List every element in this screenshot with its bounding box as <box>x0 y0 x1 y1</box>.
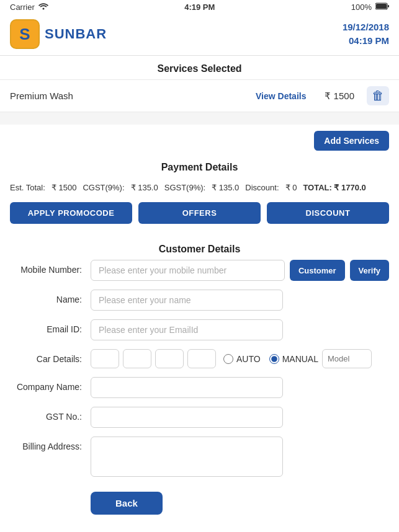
mobile-form-row: Mobile Number: Customer Verify <box>10 260 389 281</box>
car-details-group: KA 02 HB 0101 AUTO MANUAL <box>91 349 389 368</box>
header-time: 04:19 PM <box>343 34 389 48</box>
email-form-row: Email ID: <box>10 319 389 340</box>
name-input[interactable] <box>91 290 283 311</box>
car-seg2-input[interactable]: 02 <box>123 349 151 368</box>
company-form-row: Company Name: <box>10 377 389 398</box>
car-form-row: Car Details: KA 02 HB 0101 AUTO MANUAL <box>10 349 389 368</box>
gst-input[interactable] <box>91 407 283 428</box>
service-price: ₹ 1500 <box>325 91 354 102</box>
mobile-label: Mobile Number: <box>10 260 91 275</box>
auto-radio[interactable] <box>223 354 233 364</box>
service-name: Premium Wash <box>10 91 256 101</box>
model-input[interactable] <box>322 349 372 368</box>
mobile-input-group: Customer Verify <box>91 260 389 281</box>
car-seg3-input[interactable]: HB <box>155 349 184 368</box>
billing-label: Billing Address: <box>10 437 91 451</box>
services-title: Services Selected <box>0 56 399 79</box>
cgst-label: CGST(9%): <box>83 183 124 192</box>
manual-label: MANUAL <box>282 354 318 364</box>
manual-radio[interactable] <box>269 354 279 364</box>
car-seg1-input[interactable]: KA <box>91 349 119 368</box>
status-bar: Carrier 4:19 PM 100% <box>0 0 399 14</box>
back-btn-row: Back <box>10 485 389 521</box>
discount-value: ₹ 0 <box>285 183 297 192</box>
company-input[interactable] <box>91 377 283 398</box>
promo-row: APPLY PROMOCODE OFFERS DISCOUNT <box>10 202 389 224</box>
sgst-label: SGST(9%): <box>164 183 205 192</box>
mobile-input[interactable] <box>91 260 285 281</box>
carrier-text: Carrier <box>10 2 35 12</box>
name-label: Name: <box>10 290 91 304</box>
view-details-link[interactable]: View Details <box>256 91 306 101</box>
battery-text: 100% <box>351 2 372 12</box>
svg-rect-3 <box>388 5 389 7</box>
services-section: Services Selected Premium Wash View Deta… <box>0 56 399 112</box>
logo-container: S SUNBAR <box>10 19 107 49</box>
apply-promocode-button[interactable]: APPLY PROMOCODE <box>10 202 132 224</box>
svg-rect-2 <box>376 4 387 9</box>
app-header: S SUNBAR 19/12/2018 04:19 PM <box>0 14 399 56</box>
back-button[interactable]: Back <box>91 492 163 515</box>
status-time: 4:19 PM <box>184 2 215 12</box>
est-total-value: ₹ 1500 <box>52 183 77 192</box>
payment-section: Payment Details Est. Total: ₹ 1500 CGST(… <box>0 154 399 230</box>
company-label: Company Name: <box>10 377 91 392</box>
sgst-value: ₹ 135.0 <box>212 183 239 192</box>
billing-form-row: Billing Address: <box>10 437 389 477</box>
payment-totals: Est. Total: ₹ 1500 CGST(9%): ₹ 135.0 SGS… <box>10 178 389 197</box>
auto-label: AUTO <box>236 354 261 364</box>
separator <box>0 112 399 125</box>
name-form-row: Name: <box>10 290 389 311</box>
status-right: 100% <box>351 2 389 12</box>
verify-button[interactable]: Verify <box>350 260 389 281</box>
customer-title: Customer Details <box>10 236 389 260</box>
discount-button[interactable]: DISCOUNT <box>267 202 389 224</box>
gst-form-row: GST No.: <box>10 407 389 428</box>
cgst-value: ₹ 135.0 <box>131 183 158 192</box>
gst-label: GST No.: <box>10 407 91 422</box>
add-services-button[interactable]: Add Services <box>314 131 389 151</box>
customer-button[interactable]: Customer <box>290 260 345 281</box>
car-seg4-input[interactable]: 0101 <box>187 349 216 368</box>
email-label: Email ID: <box>10 319 91 334</box>
svg-point-0 <box>42 8 44 10</box>
service-row: Premium Wash View Details ₹ 1500 🗑 <box>0 79 399 112</box>
main-content: Services Selected Premium Wash View Deta… <box>0 56 399 532</box>
app-name: SUNBAR <box>45 26 107 42</box>
manual-radio-label[interactable]: MANUAL <box>269 354 318 364</box>
auto-radio-label[interactable]: AUTO <box>223 354 261 364</box>
add-services-area: Add Services <box>0 125 399 154</box>
discount-label: Discount: <box>245 183 279 192</box>
status-left: Carrier <box>10 2 48 12</box>
wifi-icon <box>38 2 48 12</box>
payment-title: Payment Details <box>10 154 389 178</box>
customer-section: Customer Details Mobile Number: Customer… <box>0 230 399 532</box>
header-datetime: 19/12/2018 04:19 PM <box>343 20 389 48</box>
app-logo: S <box>10 19 40 49</box>
offers-button[interactable]: OFFERS <box>138 202 261 224</box>
car-label: Car Details: <box>10 349 91 364</box>
battery-icon <box>375 2 389 12</box>
delete-service-icon[interactable]: 🗑 <box>367 86 389 105</box>
transmission-radio-group: AUTO MANUAL <box>223 354 318 364</box>
est-total-label: Est. Total: <box>10 183 45 192</box>
billing-textarea[interactable] <box>91 437 283 477</box>
email-input[interactable] <box>91 319 283 340</box>
header-date: 19/12/2018 <box>343 20 389 35</box>
total-value: TOTAL: ₹ 1770.0 <box>303 183 365 192</box>
